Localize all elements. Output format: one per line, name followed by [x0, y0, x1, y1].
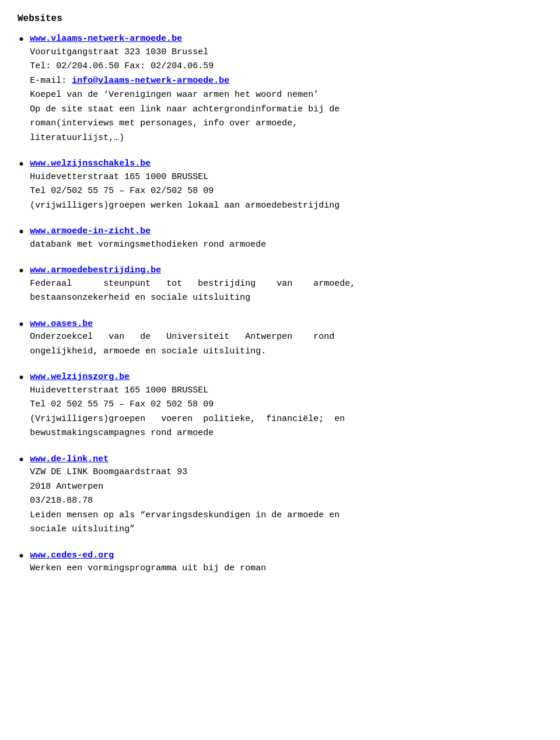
link-oases[interactable]: www.oases.be — [30, 319, 93, 329]
text-armoedebestrijding: Federaal steunpunt tot bestrijding van a… — [30, 278, 542, 305]
link-vlaams-netwerk[interactable]: www.vlaams-netwerk-armoede.be — [30, 34, 182, 44]
entry-body-2: www.welzijnsschakels.be Huidevetterstraa… — [30, 157, 542, 213]
entry-vlaams-netwerk: • www.vlaams-netwerk-armoede.be Vooruitg… — [18, 33, 542, 146]
link-armoedebestrijding[interactable]: www.armoedebestrijding.be — [30, 265, 161, 275]
link-cedes-ed[interactable]: www.cedes-ed.org — [30, 550, 114, 560]
bullet-dot-1: • — [18, 33, 30, 48]
entry-body-5: www.oases.be Onderzoekcel van de Univers… — [30, 318, 542, 360]
text-vlaams-netwerk: Vooruitgangstraat 323 1030 Brussel Tel: … — [30, 46, 542, 145]
page-title: Websites — [18, 12, 542, 26]
entry-welzijnszorg: • www.welzijnszorg.be Huidevetterstraat … — [18, 371, 542, 441]
bullet-dot-7: • — [18, 453, 30, 468]
entry-body-8: www.cedes-ed.org Werken een vormingsprog… — [30, 549, 542, 577]
link-de-link[interactable]: www.de-link.net — [30, 454, 108, 464]
entry-cedes-ed: • www.cedes-ed.org Werken een vormingspr… — [18, 549, 542, 577]
bullet-dot-6: • — [18, 371, 30, 386]
entry-body-1: www.vlaams-netwerk-armoede.be Vooruitgan… — [30, 33, 542, 146]
entry-body-4: www.armoedebestrijding.be Federaal steun… — [30, 264, 542, 306]
text-de-link: VZW DE LINK Boomgaardstraat 93 2018 Antw… — [30, 466, 542, 536]
text-armoede-in-zicht: databank met vormingsmethodieken rond ar… — [30, 239, 542, 252]
bullet-dot-5: • — [18, 318, 30, 333]
text-welzijnszorg: Huidevetterstraat 165 1000 BRUSSEL Tel 0… — [30, 384, 542, 440]
text-oases: Onderzoekcel van de Universiteit Antwerp… — [30, 331, 542, 358]
entry-body-6: www.welzijnszorg.be Huidevetterstraat 16… — [30, 371, 542, 441]
link-welzijnsschakels[interactable]: www.welzijnsschakels.be — [30, 159, 150, 169]
text-cedes-ed: Werken een vormingsprogramma uit bij de … — [30, 562, 542, 576]
bullet-dot-3: • — [18, 225, 30, 240]
bullet-dot-8: • — [18, 549, 30, 564]
entry-armoedebestrijding: • www.armoedebestrijding.be Federaal ste… — [18, 264, 542, 306]
text-welzijnsschakels: Huidevetterstraat 165 1000 BRUSSEL Tel 0… — [30, 171, 542, 213]
bullet-dot-4: • — [18, 264, 30, 279]
entry-oases: • www.oases.be Onderzoekcel van de Unive… — [18, 318, 542, 360]
bullet-dot-2: • — [18, 157, 30, 173]
entry-body-3: www.armoede-in-zicht.be databank met vor… — [30, 225, 542, 252]
entry-de-link: • www.de-link.net VZW DE LINK Boomgaards… — [18, 453, 542, 538]
link-welzijnszorg[interactable]: www.welzijnszorg.be — [30, 372, 130, 382]
link-armoede-in-zicht[interactable]: www.armoede-in-zicht.be — [30, 226, 150, 236]
entry-armoede-in-zicht: • www.armoede-in-zicht.be databank met v… — [18, 225, 542, 252]
email-link[interactable]: info@vlaams-netwerk-armoede.be — [72, 76, 229, 86]
entry-body-7: www.de-link.net VZW DE LINK Boomgaardstr… — [30, 453, 542, 538]
entries-container: • www.vlaams-netwerk-armoede.be Vooruitg… — [18, 33, 542, 577]
entry-welzijnsschakels: • www.welzijnsschakels.be Huidevetterstr… — [18, 157, 542, 213]
